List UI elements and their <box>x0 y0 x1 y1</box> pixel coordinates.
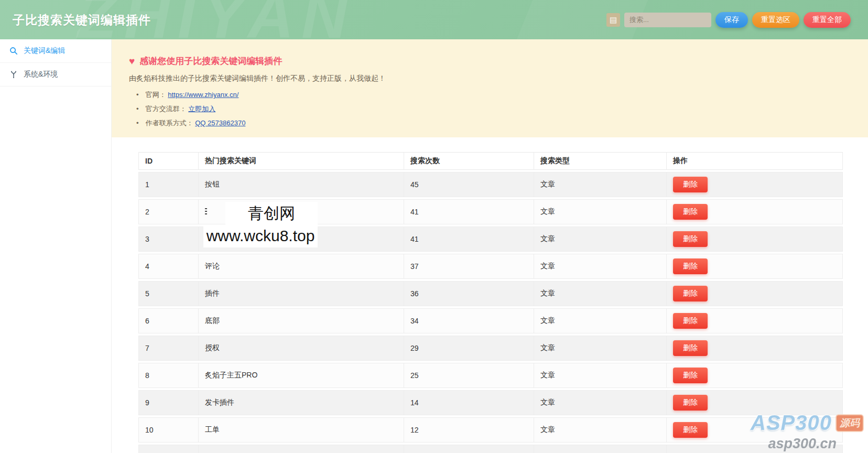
cell-keyword: 工单 <box>198 417 404 443</box>
delete-button[interactable]: 删除 <box>673 395 708 411</box>
list-item: • 作者联系方式： QQ 2573862370 <box>136 118 868 128</box>
column-header-id: ID <box>138 152 198 170</box>
delete-button[interactable]: 删除 <box>673 286 708 301</box>
delete-button[interactable]: 删除 <box>673 313 708 329</box>
sidebar-item-label: 关键词&编辑 <box>24 46 65 56</box>
cell-keyword: 发卡插件 <box>198 390 404 415</box>
table-row: 1 按钮 45 文章 删除 <box>138 172 843 197</box>
reset-all-button[interactable]: 重置全部 <box>804 12 851 28</box>
list-view-icon-button[interactable]: ▤ <box>606 13 620 27</box>
link-label: 作者联系方式： <box>146 119 193 127</box>
cell-type: 文章 <box>534 199 666 224</box>
cell-type: 文章 <box>534 254 666 279</box>
cell-id: 1 <box>138 172 198 197</box>
keyword-table-section: ID 热门搜索关键词 搜索次数 搜索类型 操作 1 按钮 45 文章 删除 2 <box>112 137 868 453</box>
table-row: 5 插件 36 文章 删除 <box>138 281 843 306</box>
cell-action: 删除 <box>666 281 843 306</box>
watermark-line2: www.wcku8.top <box>203 224 318 247</box>
cell-type: 文章 <box>534 226 666 252</box>
welcome-notice: ♥ 感谢您使用子比搜索关键词编辑插件 由炙焰科技推出的子比搜索关键词编辑插件！创… <box>112 39 868 137</box>
cell-action: 删除 <box>666 363 843 388</box>
cell-count <box>404 445 534 453</box>
cell-action: 删除 <box>666 336 843 361</box>
cell-id: 9 <box>138 390 198 415</box>
delete-button[interactable]: 删除 <box>673 340 708 356</box>
table-row: 10 工单 12 文章 删除 <box>138 417 843 443</box>
search-input[interactable] <box>624 13 711 27</box>
cell-type: 文章 <box>534 172 666 197</box>
cell-count: 14 <box>404 390 534 415</box>
cell-action: 删除 <box>666 199 843 224</box>
cell-keyword: 底部 <box>198 308 404 333</box>
search-icon <box>9 47 18 55</box>
watermark-brand: ASP300 <box>751 411 832 435</box>
save-button[interactable]: 保存 <box>715 12 748 28</box>
notice-link-list: • 官网： https://www.zhiyanx.cn/ • 官方交流群： 立… <box>136 90 868 128</box>
cell-type: 文章 <box>534 363 666 388</box>
table-row: 删除 <box>138 445 843 453</box>
cell-count: 36 <box>404 281 534 306</box>
delete-button[interactable]: 删除 <box>673 422 708 438</box>
column-header-action: 操作 <box>666 152 843 170</box>
cell-id: 7 <box>138 336 198 361</box>
join-group-link[interactable]: 立即加入 <box>188 105 215 113</box>
official-site-link[interactable]: https://www.zhiyanx.cn/ <box>168 91 238 99</box>
table-row: 6 底部 34 文章 删除 <box>138 308 843 333</box>
column-header-keyword: 热门搜索关键词 <box>198 152 404 170</box>
cell-type: 文章 <box>534 336 666 361</box>
cell-count: 41 <box>404 226 534 252</box>
corner-watermark-brand-row: ASP300 源码 <box>751 411 864 435</box>
table-header-row: ID 热门搜索关键词 搜索次数 搜索类型 操作 <box>138 152 843 170</box>
cell-keyword: 插件 <box>198 281 404 306</box>
bullet-dot: • <box>136 105 144 113</box>
watermark-badge: 源码 <box>836 414 864 432</box>
link-label: 官方交流群： <box>146 105 187 113</box>
column-header-type: 搜索类型 <box>534 152 666 170</box>
cell-count: 25 <box>404 363 534 388</box>
corner-watermark: ASP300 源码 asp300.cn <box>751 411 864 452</box>
heart-icon: ♥ <box>129 56 135 66</box>
bullet-dot: • <box>136 119 144 127</box>
branch-icon <box>9 70 18 79</box>
cell-id: 4 <box>138 254 198 279</box>
cell-id: 2 <box>138 199 198 224</box>
cell-id: 3 <box>138 226 198 252</box>
notice-title: 感谢您使用子比搜索关键词编辑插件 <box>139 55 282 67</box>
cell-id: 5 <box>138 281 198 306</box>
sidebar: 关键词&编辑 系统&环境 <box>0 39 112 453</box>
table-row: 8 炙焰子主五PRO 25 文章 删除 <box>138 363 843 388</box>
column-header-count: 搜索次数 <box>404 152 534 170</box>
cell-type <box>534 445 666 453</box>
app-window: ZHIYAN 子比搜索关键词编辑插件 ▤ 保存 重置选区 重置全部 关键词&编辑 <box>0 0 868 453</box>
cell-id: 10 <box>138 417 198 443</box>
delete-button[interactable]: 删除 <box>673 231 708 247</box>
bullet-dot: • <box>136 91 144 99</box>
sidebar-item-keywords[interactable]: 关键词&编辑 <box>0 39 111 63</box>
list-item: • 官网： https://www.zhiyanx.cn/ <box>136 90 868 100</box>
cell-count: 29 <box>404 336 534 361</box>
cell-keyword: 授权 <box>198 336 404 361</box>
cell-id: 6 <box>138 308 198 333</box>
link-label: 官网： <box>146 91 166 99</box>
app-header: ZHIYAN 子比搜索关键词编辑插件 ▤ 保存 重置选区 重置全部 <box>0 0 868 39</box>
delete-button[interactable]: 删除 <box>673 368 708 383</box>
center-watermark: 青创网 www.wcku8.top <box>203 202 318 247</box>
keyword-table: ID 热门搜索关键词 搜索次数 搜索类型 操作 1 按钮 45 文章 删除 2 <box>138 150 843 453</box>
sidebar-item-system[interactable]: 系统&环境 <box>0 63 111 87</box>
delete-button[interactable]: 删除 <box>673 204 708 220</box>
cell-type: 文章 <box>534 417 666 443</box>
cell-count: 45 <box>404 172 534 197</box>
cell-action: 删除 <box>666 226 843 252</box>
delete-button[interactable]: 删除 <box>673 258 708 274</box>
reset-selection-button[interactable]: 重置选区 <box>752 12 799 28</box>
cell-count: 41 <box>404 199 534 224</box>
header-controls: ▤ 保存 重置选区 重置全部 <box>606 12 851 28</box>
cell-action: 删除 <box>666 254 843 279</box>
cell-count: 37 <box>404 254 534 279</box>
cell-action: 删除 <box>666 308 843 333</box>
watermark-domain: asp300.cn <box>751 436 837 452</box>
cell-keyword: 按钮 <box>198 172 404 197</box>
author-qq-link[interactable]: QQ 2573862370 <box>195 119 245 127</box>
table-row: 7 授权 29 文章 删除 <box>138 336 843 361</box>
delete-button[interactable]: 删除 <box>673 177 708 192</box>
